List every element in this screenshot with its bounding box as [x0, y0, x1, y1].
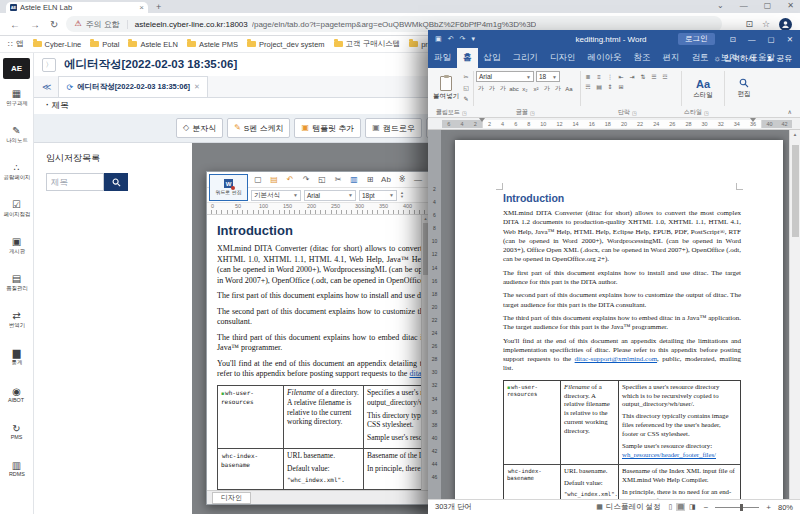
browser-tab[interactable]: AE Astele ELN Lab × — [6, 2, 148, 13]
window-control-icon[interactable]: ▢ — [764, 1, 772, 10]
bookmark-folder[interactable]: Cyber-Line — [33, 39, 82, 49]
quick-access-icon[interactable]: ↶ — [448, 35, 454, 43]
warning-icon[interactable]: ⚠ — [74, 20, 81, 28]
font-select[interactable]: Arial▼ — [304, 190, 356, 201]
sidebar-item[interactable]: ▤ 품질관리 — [0, 265, 33, 301]
style-select[interactable]: 기본서식▼ — [251, 190, 301, 201]
paragraph-format-icon[interactable]: ☰ — [649, 72, 659, 81]
styles-button[interactable]: Aa 스타일 — [684, 70, 722, 107]
tab-close-icon[interactable]: ✕ — [194, 83, 200, 91]
word-scrollbar[interactable]: ▲ — [789, 130, 800, 499]
paragraph-format-icon[interactable]: ⇅ — [638, 72, 648, 81]
editing-button[interactable]: 편집 — [727, 70, 761, 107]
window-control-icon[interactable]: ⌄ — [717, 1, 724, 10]
paragraph-format-icon[interactable]: ⇤ — [616, 72, 626, 81]
zoom-level[interactable]: 80% — [778, 503, 793, 512]
toolbar-button[interactable]: ▣ 템플릿 추가 — [294, 118, 361, 138]
bookmark-star-icon[interactable]: ☆ — [762, 19, 770, 29]
word-count[interactable]: 303개 단어 — [435, 502, 472, 512]
design-tab[interactable]: 디자인 — [212, 492, 251, 504]
send-tab-icon[interactable]: ⊡ — [745, 19, 753, 29]
ribbon-collapse-icon[interactable]: ∧ — [788, 108, 792, 115]
window-control-icon[interactable]: — — [740, 1, 748, 10]
share-button[interactable]: 공유 — [766, 53, 792, 64]
breadcrumb-toggle[interactable]: 〉 — [42, 58, 56, 72]
window-control-icon[interactable]: ⊡ — [730, 35, 736, 44]
editor-toolbar-icon[interactable]: Ab — [379, 175, 393, 184]
tab-close-icon[interactable]: × — [139, 4, 144, 12]
quick-access-icon[interactable]: ▣ — [435, 35, 442, 43]
toolbar-button[interactable]: ◇ 분자식 — [176, 118, 223, 138]
edit-in-word-button[interactable]: W 워드로 편집 — [209, 174, 248, 201]
editor-document-area[interactable]: Introduction XMLmind DITA Converter (dit… — [207, 215, 421, 492]
ribbon-tab[interactable]: 삽입 — [478, 48, 507, 68]
editor-toolbar-icon[interactable]: ✂ — [331, 175, 345, 184]
sidebar-item[interactable]: ▦ 연구과제 — [0, 80, 33, 116]
editor-toolbar-icon[interactable]: ※ — [395, 175, 409, 184]
support-email-link[interactable]: ditac-support@xmlmind.com — [409, 369, 421, 378]
sidebar-item[interactable]: ▣ 게시판 — [0, 228, 33, 264]
editor-toolbar-icon[interactable]: ⊞ — [363, 175, 377, 184]
editor-tab[interactable]: ⟳ 에디터작성[2022-02-03 18:35:06] ✕ — [58, 76, 208, 97]
editor-toolbar-icon[interactable]: ▢ — [251, 175, 265, 184]
quick-access-icon[interactable]: ▾ — [471, 35, 475, 43]
window-control-icon[interactable]: ▢ — [768, 35, 775, 44]
ribbon-tab[interactable]: 파일 — [428, 48, 457, 68]
editor-toolbar-icon[interactable]: ↶ — [283, 175, 297, 184]
resource-link[interactable]: wh_resources/header_footer_files/ — [622, 451, 716, 458]
ribbon-tab[interactable]: 홈 — [457, 48, 478, 68]
font-format-icon[interactable]: 가 — [476, 84, 486, 93]
web-layout-icon[interactable]: ◨ — [688, 503, 697, 511]
scrollbar-thumb[interactable] — [792, 145, 799, 237]
font-format-icon[interactable]: x₂ — [520, 84, 530, 93]
font-format-icon[interactable]: 가 — [498, 84, 508, 93]
refresh-icon[interactable]: ⟳ — [66, 83, 73, 92]
paragraph-format-icon[interactable]: ≣ — [583, 72, 593, 81]
font-format-icon[interactable]: Aa — [564, 84, 574, 93]
paragraph-format-icon[interactable]: ☲ — [660, 72, 670, 81]
app-logo[interactable]: AE — [3, 58, 30, 79]
read-mode-icon[interactable]: ▯ — [668, 503, 674, 511]
print-layout-icon[interactable]: ▤ — [676, 503, 685, 511]
sidebar-item[interactable]: ∴ 공람페이지 — [0, 154, 33, 190]
ribbon-tab[interactable]: 디자인 — [544, 48, 582, 68]
window-control-icon[interactable]: ✕ — [787, 1, 794, 10]
indent-marker[interactable] — [479, 118, 485, 122]
clipboard-mini-icon[interactable]: ◱ — [461, 83, 471, 92]
quick-access-icon[interactable]: ↷ — [460, 35, 466, 43]
paragraph-format-icon[interactable]: ⇕ — [605, 82, 615, 91]
editor-toolbar-icon[interactable]: ↷ — [299, 175, 313, 184]
font-format-icon[interactable]: 가 — [542, 84, 552, 93]
sidebar-item[interactable]: ◉ AIBOT — [0, 376, 33, 412]
zoom-out-icon[interactable]: − — [704, 503, 709, 512]
clipboard-mini-icon[interactable]: ✎ — [461, 94, 471, 103]
editor-toolbar-icon[interactable]: ▤ — [267, 175, 281, 184]
font-size-combo[interactable]: 18▼ — [536, 71, 560, 82]
paragraph-format-icon[interactable]: ⇥ — [627, 72, 637, 81]
bookmark-folder[interactable]: Potal — [90, 39, 119, 49]
bookmark-folder[interactable]: Astele ELN — [128, 39, 178, 49]
toolbar-button[interactable]: ✎ S펜 스케치 — [227, 118, 290, 138]
paragraph-format-icon[interactable]: ⋮ — [605, 72, 615, 81]
paragraph-format-icon[interactable]: ⊞ — [616, 82, 626, 91]
nav-icon[interactable]: ← — [10, 19, 20, 30]
sidebar-item[interactable]: ↻ PMS — [0, 413, 33, 449]
editor-toolbar-icon[interactable]: ◱ — [315, 175, 329, 184]
zoom-slider-thumb[interactable] — [740, 504, 743, 511]
support-email-link[interactable]: ditac-support@xmlmind.com — [575, 355, 657, 363]
window-control-icon[interactable]: ✕ — [787, 35, 793, 44]
editor-toolbar-icon[interactable]: — — [411, 175, 425, 184]
browser-profile-avatar[interactable] — [779, 18, 792, 31]
word-page[interactable]: Introduction XMLmind DITA Converter (dit… — [455, 140, 783, 499]
font-name-combo[interactable]: Arial▼ — [476, 71, 534, 82]
size-spinner[interactable]: ▲▼ — [400, 191, 404, 198]
ribbon-tab[interactable]: 검토 — [686, 48, 715, 68]
zoom-slider[interactable] — [715, 507, 759, 508]
bookmark-folder[interactable]: 고객 구매시스템 — [334, 39, 401, 49]
scroll-up-icon[interactable]: ▲ — [790, 132, 800, 137]
ribbon-tab[interactable]: 레이아웃 — [582, 48, 628, 68]
paragraph-format-icon[interactable]: ☴ — [583, 82, 593, 91]
paragraph-format-icon[interactable]: ≡ — [594, 72, 604, 81]
sidebar-item[interactable]: ▆ 통계 — [0, 339, 33, 375]
sidebar-item[interactable]: ⇄ 번역기 — [0, 302, 33, 338]
